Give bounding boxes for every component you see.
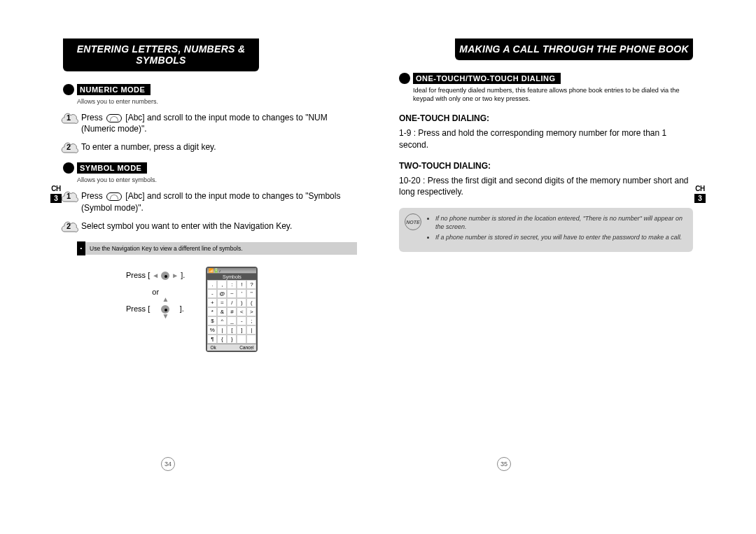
symbol-cell: # <box>227 307 237 316</box>
symbol-cell: : <box>227 280 237 289</box>
symbol-cell: ~ <box>227 289 237 298</box>
note-item-2: If a phone number is stored in secret, y… <box>435 234 686 242</box>
or-text: or <box>126 283 185 300</box>
symbol-cell: ( <box>246 298 256 307</box>
numeric-subtext: Allows you to enter numbers. <box>77 98 357 105</box>
symbol-cell: @ <box>217 289 227 298</box>
symbol-grid: .,:!?-@~'"+=/)(*&#<>$^_-;%|[]|¶{} <box>207 280 256 344</box>
press-line-1: Press [ ◄ ► ]. <box>126 267 185 283</box>
chapter-tab-left: CH 3 <box>50 185 62 203</box>
chapter-number: 3 <box>50 194 62 203</box>
chapter-label: CH <box>50 185 62 192</box>
symbol-cell: ? <box>246 280 256 289</box>
numeric-step1-text: Press [Abc] and scroll to the input mode… <box>81 112 357 134</box>
symbol-cell <box>237 335 246 344</box>
symbol-cell: [ <box>227 325 237 335</box>
chapter-tab-right: CH 3 <box>694 185 706 203</box>
phone-statusbar: 📶🔋♪ <box>207 268 256 274</box>
symbol-cell: & <box>217 307 227 316</box>
arrow-down-icon: ▼ <box>162 309 169 324</box>
page-title-right: MAKING A CALL THROUGH THE PHONE BOOK <box>455 38 693 60</box>
symbol-cell: > <box>246 307 256 316</box>
symbol-cell: % <box>207 325 217 335</box>
symbol-step-2: 2 Select symbol you want to enter with t… <box>63 220 357 234</box>
step-badge-1: 1 <box>63 190 77 204</box>
note-box: NOTE If no phone number is stored in the… <box>399 208 693 252</box>
press-lines: Press [ ◄ ► ]. or Press [ ▲ ▼ <box>126 267 185 318</box>
symbol-cell: - <box>237 316 246 325</box>
phone-screen-illustration: 📶🔋♪ Symbols .,:!?-@~'"+=/)(*&#<>$^_-;%|[… <box>206 267 258 352</box>
nav-key-icon <box>161 272 169 280</box>
symbol-cell: . <box>207 280 217 289</box>
press-line-2: Press [ ▲ ▼ ]. <box>126 300 185 317</box>
arrow-right-icon: ► <box>172 268 178 283</box>
symbol-note-text: Use the Navigation Key to view a differe… <box>85 242 357 255</box>
note-dot-icon: • <box>77 241 85 255</box>
symbol-cell: * <box>207 307 217 316</box>
arrow-left-icon: ◄ <box>152 268 159 283</box>
right-page: CH 3 MAKING A CALL THROUGH THE PHONE BOO… <box>399 38 693 394</box>
step-badge-2: 2 <box>63 220 77 234</box>
numeric-mode-heading: NUMERIC MODE <box>63 84 357 95</box>
bullet-icon <box>63 84 74 95</box>
numeric-mode-title: NUMERIC MODE <box>77 84 150 95</box>
symbol-cell: ^ <box>217 316 227 325</box>
txt: Press [ <box>126 304 150 313</box>
one-touch-heading: ONE-TOUCH DIALING: <box>399 113 693 123</box>
note-list: If no phone number is stored in the loca… <box>428 215 686 242</box>
symbol-cell: " <box>246 289 256 298</box>
note-icon: NOTE <box>405 213 421 230</box>
symbol-step-1: 1 Press [Abc] and scroll to the input mo… <box>63 190 357 213</box>
symbol-step2-text: Select symbol you want to enter with the… <box>81 220 292 232</box>
phone-softkeys: Ok Cancel <box>207 344 256 351</box>
symbol-cell: - <box>207 289 217 298</box>
softkey-icon <box>106 192 122 201</box>
symbol-cell: { <box>217 335 227 344</box>
step-badge-2: 2 <box>63 141 77 155</box>
symbol-cell: ; <box>246 316 256 325</box>
numeric-step2-text: To enter a number, press a digit key. <box>81 141 216 153</box>
page-number-left: 34 <box>161 457 175 471</box>
symbol-cell: $ <box>207 316 217 325</box>
one-touch-body: 1-9 : Press and hold the corresponding m… <box>399 127 693 151</box>
bullet-icon <box>399 73 410 84</box>
symbol-mode-title: SYMBOL MODE <box>77 162 147 174</box>
symbol-cell: } <box>227 335 237 344</box>
dialing-section-title: ONE-TOUCH/TWO-TOUCH DIALING <box>413 73 561 84</box>
page-number-right: 35 <box>497 457 511 471</box>
numeric-step-2: 2 To enter a number, press a digit key. <box>63 141 357 155</box>
step-badge-1: 1 <box>63 112 77 126</box>
txt: Press <box>81 113 105 122</box>
chapter-label: CH <box>694 185 706 192</box>
phone-screen-title: Symbols <box>207 274 256 280</box>
symbol-cell: ! <box>237 280 246 289</box>
symbol-cell: ] <box>237 325 246 335</box>
symbol-cell: ) <box>237 298 246 307</box>
page-spread: CH 3 ENTERING LETTERS, NUMBERS & SYMBOLS… <box>63 38 693 394</box>
symbol-cell: / <box>227 298 237 307</box>
note-item-1: If no phone number is stored in the loca… <box>435 215 686 231</box>
txt: ]. <box>180 304 184 313</box>
symbol-cell: , <box>217 280 227 289</box>
symbol-cell: ¶ <box>207 335 217 344</box>
symbol-step1-text: Press [Abc] and scroll to the input mode… <box>81 190 357 213</box>
two-touch-heading: TWO-TOUCH DIALING: <box>399 161 693 171</box>
page-title-left: ENTERING LETTERS, NUMBERS & SYMBOLS <box>63 38 259 71</box>
two-touch-body: 10-20 : Press the first digit and second… <box>399 175 693 199</box>
press-block: Press [ ◄ ► ]. or Press [ ▲ ▼ <box>126 267 357 352</box>
symbol-cell: _ <box>227 316 237 325</box>
dialing-intro: Ideal for frequently dialed numbers, thi… <box>413 87 693 104</box>
txt: Press <box>81 191 105 201</box>
symbol-cell <box>246 335 256 344</box>
bullet-icon <box>63 162 74 174</box>
symbol-subtext: Allows you to enter symbols. <box>77 176 357 183</box>
symbol-cell: + <box>207 298 217 307</box>
softkey-icon <box>106 114 122 122</box>
phone-ok: Ok <box>210 345 216 350</box>
symbol-note-strip: • Use the Navigation Key to view a diffe… <box>77 241 357 255</box>
left-page: CH 3 ENTERING LETTERS, NUMBERS & SYMBOLS… <box>63 38 357 394</box>
dialing-section-heading: ONE-TOUCH/TWO-TOUCH DIALING <box>399 73 693 84</box>
phone-cancel: Cancel <box>239 345 253 350</box>
symbol-cell: | <box>217 325 227 335</box>
txt: Press [ <box>126 271 150 279</box>
